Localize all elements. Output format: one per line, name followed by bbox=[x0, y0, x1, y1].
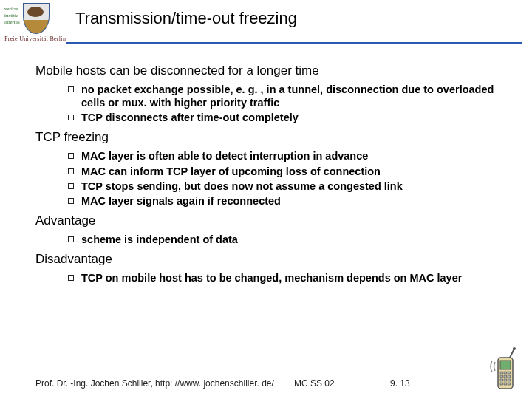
svg-rect-4 bbox=[500, 372, 503, 374]
svg-point-3 bbox=[513, 347, 516, 350]
logo-motto: veritas iustitia libertas bbox=[4, 3, 23, 26]
section-heading: Mobile hosts can be disconnected for a l… bbox=[35, 64, 497, 78]
section-list: no packet exchange possible, e. g. , in … bbox=[35, 83, 497, 124]
list-item: TCP on mobile host has to be changed, me… bbox=[68, 271, 497, 284]
svg-rect-10 bbox=[500, 379, 503, 381]
list-item: MAC layer signals again if reconnected bbox=[68, 194, 497, 208]
footer-page: 9. 13 bbox=[390, 378, 479, 389]
university-name: Freie Universität Berlin bbox=[4, 35, 532, 42]
slide-footer: Prof. Dr. -Ing. Jochen Schiller, http: /… bbox=[0, 378, 532, 389]
svg-rect-5 bbox=[504, 372, 507, 374]
svg-rect-1 bbox=[500, 361, 511, 369]
footer-course: MC SS 02 bbox=[294, 378, 390, 389]
section-heading: Disadvantage bbox=[35, 252, 497, 267]
svg-rect-13 bbox=[500, 383, 503, 385]
mobile-phone-icon bbox=[488, 347, 520, 392]
section-list: MAC layer is often able to detect interr… bbox=[35, 149, 497, 208]
section-heading: TCP freezing bbox=[35, 130, 497, 145]
section: Advantage scheme is independent of data bbox=[35, 214, 497, 246]
slide-title: Transmission/time-out freezing bbox=[62, 3, 522, 33]
svg-rect-7 bbox=[500, 375, 503, 378]
list-item: TCP disconnects after time-out completel… bbox=[68, 111, 497, 124]
list-item: MAC can inform TCP layer of upcoming los… bbox=[68, 165, 497, 178]
svg-rect-11 bbox=[504, 379, 507, 381]
svg-rect-14 bbox=[504, 383, 507, 385]
svg-rect-9 bbox=[508, 375, 511, 378]
slide-content: Mobile hosts can be disconnected for a l… bbox=[0, 44, 532, 284]
footer-author: Prof. Dr. -Ing. Jochen Schiller, http: /… bbox=[0, 378, 294, 389]
section: Mobile hosts can be disconnected for a l… bbox=[35, 64, 497, 124]
section: TCP freezing MAC layer is often able to … bbox=[35, 130, 497, 208]
section-list: TCP on mobile host has to be changed, me… bbox=[35, 271, 497, 284]
svg-rect-8 bbox=[504, 375, 507, 378]
svg-rect-6 bbox=[508, 372, 511, 374]
university-logo: veritas iustitia libertas bbox=[4, 3, 62, 35]
crest-icon bbox=[23, 3, 50, 34]
svg-line-2 bbox=[510, 349, 514, 358]
section-heading: Advantage bbox=[35, 214, 497, 228]
section: Disadvantage TCP on mobile host has to b… bbox=[35, 252, 497, 284]
section-list: scheme is independent of data bbox=[35, 233, 497, 246]
list-item: scheme is independent of data bbox=[68, 233, 497, 246]
list-item: MAC layer is often able to detect interr… bbox=[68, 149, 497, 163]
list-item: no packet exchange possible, e. g. , in … bbox=[68, 83, 497, 109]
slide-header: veritas iustitia libertas Transmission/t… bbox=[0, 0, 532, 35]
svg-rect-15 bbox=[508, 383, 511, 385]
list-item: TCP stops sending, but does now not assu… bbox=[68, 180, 497, 193]
svg-rect-12 bbox=[508, 379, 511, 381]
